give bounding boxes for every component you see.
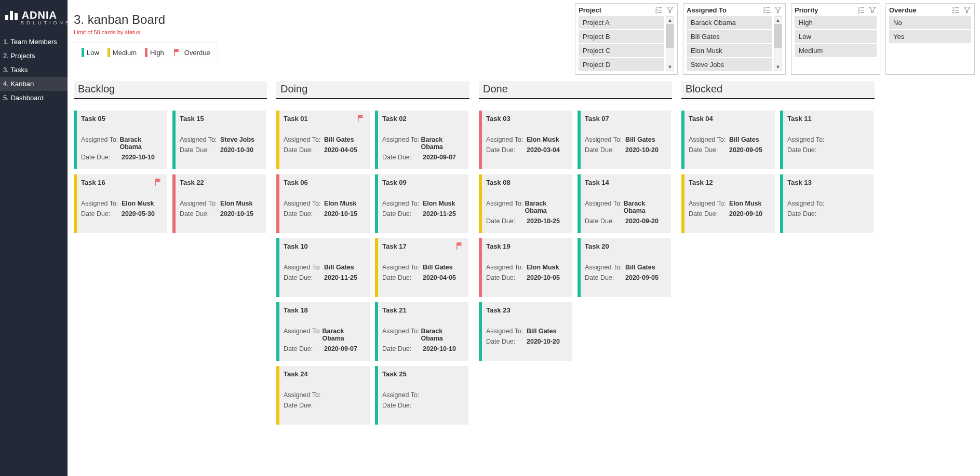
assigned-value: Barack Obama	[322, 328, 366, 342]
card-due-row: Date Due: 2020-10-10	[81, 154, 163, 161]
card-due-row: Date Due:	[382, 402, 464, 409]
due-value: 2020-09-07	[423, 154, 456, 161]
scroll-track[interactable]	[774, 24, 782, 63]
task-card[interactable]: Task 03 Assigned To: Elon Musk Date Due:…	[479, 111, 572, 169]
card-title: Task 24	[284, 370, 366, 378]
assigned-label: Assigned To:	[284, 391, 324, 399]
task-card[interactable]: Task 13 Assigned To: Date Due:	[780, 174, 874, 233]
multi-select-icon[interactable]	[762, 6, 771, 14]
task-card[interactable]: Task 17 Assigned To: Bill Gates Date Due…	[375, 238, 468, 297]
task-card[interactable]: Task 14 Assigned To: Barack Obama Date D…	[578, 174, 671, 233]
due-value: 2020-05-30	[122, 210, 155, 217]
due-label: Date Due:	[585, 274, 625, 281]
scroll-track[interactable]	[666, 24, 674, 63]
scroll-down-icon[interactable]: ▼	[666, 63, 674, 71]
legend-high-label: High	[150, 49, 164, 57]
task-card[interactable]: Task 21 Assigned To: Barack Obama Date D…	[375, 302, 468, 361]
scroll-up-icon[interactable]: ▲	[774, 17, 782, 24]
task-card[interactable]: Task 11 Assigned To: Date Due:	[780, 111, 874, 169]
task-card[interactable]: Task 04 Assigned To: Bill Gates Date Due…	[681, 111, 775, 169]
due-value: 2020-09-20	[625, 217, 659, 225]
due-value: 2020-10-15	[324, 210, 357, 217]
filter-icon[interactable]	[666, 6, 674, 14]
filter-option[interactable]: No	[889, 16, 971, 29]
kanban-board: Backlog Task 05 Assigned To: Barack Obam…	[68, 75, 980, 425]
scroll-down-icon[interactable]: ▼	[774, 63, 782, 71]
task-card[interactable]: Task 23 Assigned To: Bill Gates Date Due…	[479, 302, 572, 361]
due-label: Date Due:	[180, 210, 220, 217]
filter-option[interactable]: Project A	[579, 16, 664, 29]
card-title: Task 01	[284, 115, 366, 123]
legend-high: High	[145, 48, 164, 57]
filter-head: Overdue	[889, 6, 971, 14]
filter-option[interactable]: Steve Jobs	[687, 58, 772, 71]
filter-icon[interactable]	[868, 6, 877, 14]
multi-select-icon[interactable]	[654, 6, 663, 14]
nav-item-1[interactable]: 2. Projects	[0, 49, 68, 63]
task-card[interactable]: Task 19 Assigned To: Elon Musk Date Due:…	[479, 238, 572, 297]
task-card[interactable]: Task 12 Assigned To: Elon Musk Date Due:…	[681, 174, 775, 233]
assigned-label: Assigned To:	[585, 136, 625, 143]
task-card[interactable]: Task 09 Assigned To: Elon Musk Date Due:…	[375, 174, 468, 233]
filter-option[interactable]: Low	[795, 30, 877, 43]
scrollbar[interactable]: ▲▼	[774, 16, 782, 71]
filter-option[interactable]: Yes	[889, 30, 971, 43]
filter-option[interactable]: Project D	[579, 58, 664, 71]
filter-option[interactable]: Barack Obama	[687, 16, 772, 29]
nav-item-3[interactable]: 4. Kanban	[0, 77, 68, 91]
card-assigned-row: Assigned To: Bill Gates	[382, 264, 464, 271]
card-assigned-row: Assigned To: Bill Gates	[689, 136, 771, 143]
filter-option[interactable]: Elon Musk	[687, 44, 772, 57]
assigned-label: Assigned To:	[382, 328, 421, 342]
task-card[interactable]: Task 24 Assigned To: Date Due:	[276, 366, 370, 425]
task-card[interactable]: Task 08 Assigned To: Barack Obama Date D…	[479, 174, 572, 233]
task-card[interactable]: Task 01 Assigned To: Bill Gates Date Due…	[276, 111, 370, 169]
assigned-value: Elon Musk	[324, 200, 357, 207]
filter-project: Project Project AProject BProject CProje…	[575, 3, 678, 75]
due-value: 2020-09-10	[729, 210, 762, 217]
nav-item-4[interactable]: 5. Dashboard	[0, 91, 68, 105]
scrollbar[interactable]: ▲▼	[666, 16, 674, 71]
task-card[interactable]: Task 06 Assigned To: Elon Musk Date Due:…	[276, 174, 370, 233]
due-label: Date Due:	[787, 210, 828, 217]
filter-option[interactable]: Project B	[579, 30, 664, 43]
card-title: Task 14	[585, 179, 667, 186]
card-assigned-row: Assigned To: Elon Musk	[486, 264, 568, 271]
scroll-thumb[interactable]	[774, 24, 782, 48]
filter-icon[interactable]	[963, 6, 971, 14]
card-due-row: Date Due: 2020-10-20	[585, 146, 667, 154]
task-card[interactable]: Task 02 Assigned To: Barack Obama Date D…	[375, 111, 468, 169]
task-card[interactable]: Task 07 Assigned To: Bill Gates Date Due…	[578, 111, 671, 169]
flag-icon	[172, 48, 182, 57]
nav-item-0[interactable]: 1. Team Members	[0, 35, 68, 49]
legend-low: Low	[82, 48, 99, 57]
multi-select-icon[interactable]	[951, 6, 960, 14]
task-card[interactable]: Task 18 Assigned To: Barack Obama Date D…	[276, 302, 370, 361]
filter-option[interactable]: Medium	[795, 44, 877, 57]
filter-option[interactable]: High	[795, 16, 877, 29]
multi-select-icon[interactable]	[857, 6, 865, 14]
nav-item-2[interactable]: 3. Tasks	[0, 63, 68, 77]
card-due-row: Date Due: 2020-10-25	[486, 217, 568, 225]
due-value: 2020-09-05	[729, 146, 762, 154]
scroll-up-icon[interactable]: ▲	[666, 17, 674, 24]
card-title: Task 12	[689, 179, 771, 186]
task-card[interactable]: Task 05 Assigned To: Barack Obama Date D…	[74, 111, 167, 169]
task-card[interactable]: Task 15 Assigned To: Steve Jobs Date Due…	[172, 111, 266, 169]
filter-option[interactable]: Bill Gates	[687, 30, 772, 43]
task-card[interactable]: Task 22 Assigned To: Elon Musk Date Due:…	[172, 174, 266, 233]
filter-icon[interactable]	[774, 6, 782, 14]
assigned-label: Assigned To:	[382, 264, 423, 271]
task-card[interactable]: Task 10 Assigned To: Bill Gates Date Due…	[276, 238, 370, 297]
scroll-thumb[interactable]	[666, 24, 674, 48]
task-card[interactable]: Task 20 Assigned To: Bill Gates Date Due…	[578, 238, 671, 297]
card-title: Task 15	[180, 115, 262, 123]
assigned-value: Elon Musk	[423, 200, 455, 207]
assigned-value: Barack Obama	[623, 200, 667, 214]
filter-option[interactable]: Project C	[579, 44, 664, 57]
filter-title: Overdue	[889, 6, 948, 14]
card-due-row: Date Due:	[284, 402, 366, 409]
task-card[interactable]: Task 25 Assigned To: Date Due:	[375, 366, 468, 425]
task-card[interactable]: Task 16 Assigned To: Elon Musk Date Due:…	[74, 174, 167, 233]
card-assigned-row: Assigned To: Bill Gates	[284, 136, 366, 143]
